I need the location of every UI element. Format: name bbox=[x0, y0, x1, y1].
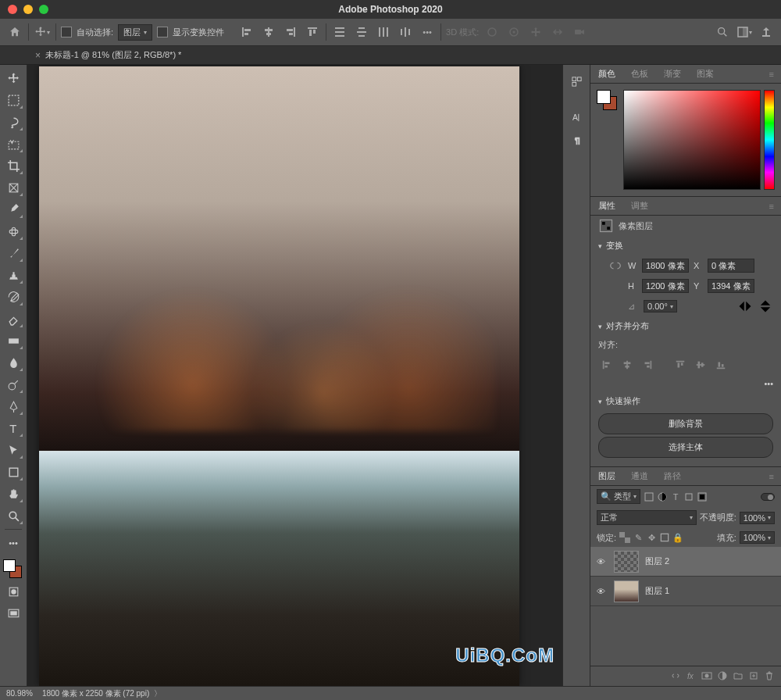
flip-vertical-button[interactable] bbox=[758, 299, 773, 313]
zoom-level[interactable]: 80.98% bbox=[6, 689, 33, 698]
glyphs-panel-icon[interactable] bbox=[566, 71, 587, 91]
document-tab[interactable]: × 未标题-1 @ 81% (图层 2, RGB/8*) * bbox=[27, 49, 189, 61]
roll-3d-button[interactable] bbox=[505, 23, 522, 41]
hand-tool[interactable] bbox=[2, 484, 24, 504]
marquee-tool[interactable] bbox=[2, 90, 24, 110]
align-bottom-button[interactable] bbox=[712, 357, 729, 373]
visibility-toggle[interactable]: 👁 bbox=[597, 557, 608, 566]
edit-toolbar-button[interactable]: ••• bbox=[2, 533, 24, 553]
blur-tool[interactable] bbox=[2, 352, 24, 373]
blend-mode-select[interactable]: 正常▾ bbox=[597, 510, 697, 525]
path-selection-tool[interactable] bbox=[2, 440, 24, 460]
layer-group-button[interactable] bbox=[733, 670, 744, 683]
camera-3d-button[interactable] bbox=[571, 23, 588, 41]
layer-filter-kind[interactable]: 🔍类型▾ bbox=[597, 489, 640, 504]
lasso-tool[interactable] bbox=[2, 112, 24, 132]
tab-adjustments[interactable]: 调整 bbox=[623, 197, 656, 215]
home-button[interactable] bbox=[6, 23, 23, 41]
lock-position-icon[interactable]: ✥ bbox=[646, 532, 657, 543]
tab-channels[interactable]: 通道 bbox=[623, 467, 656, 485]
align-section-header[interactable]: ▾ 对齐并分布 bbox=[590, 316, 781, 336]
angle-field[interactable]: 0.00°▾ bbox=[644, 300, 677, 312]
move-tool[interactable] bbox=[2, 68, 24, 88]
panel-foreground-color[interactable] bbox=[597, 90, 611, 104]
link-wh-icon[interactable] bbox=[608, 259, 623, 273]
layer-effects-button[interactable]: fx bbox=[686, 670, 697, 683]
align-left-button[interactable] bbox=[598, 357, 615, 373]
distribute-horizontal-button[interactable] bbox=[397, 23, 414, 41]
properties-panel-menu[interactable]: ≡ bbox=[765, 202, 778, 211]
auto-select-target-dropdown[interactable]: 图层▾ bbox=[118, 24, 152, 41]
visibility-toggle[interactable]: 👁 bbox=[597, 587, 608, 596]
hue-slider[interactable] bbox=[764, 90, 775, 190]
filter-type-icon[interactable]: T bbox=[670, 491, 681, 502]
filter-adjustment-icon[interactable] bbox=[657, 491, 668, 502]
color-field[interactable] bbox=[623, 90, 761, 190]
filter-smart-icon[interactable] bbox=[697, 491, 708, 502]
tab-properties[interactable]: 属性 bbox=[590, 197, 623, 215]
pen-tool[interactable] bbox=[2, 396, 24, 416]
more-align-button[interactable]: ••• bbox=[419, 23, 436, 41]
align-hcenter-button[interactable] bbox=[619, 357, 636, 373]
opacity-field[interactable]: 100%▾ bbox=[740, 512, 775, 524]
distribute-vertical-button[interactable] bbox=[353, 23, 370, 41]
align-left-edges-button[interactable] bbox=[238, 23, 255, 41]
auto-select-checkbox[interactable] bbox=[61, 27, 72, 38]
eraser-tool[interactable] bbox=[2, 309, 24, 329]
show-transform-checkbox[interactable] bbox=[157, 27, 168, 38]
lock-artboard-icon[interactable] bbox=[659, 532, 670, 543]
height-field[interactable] bbox=[642, 279, 689, 293]
quick-actions-header[interactable]: ▾ 快速操作 bbox=[590, 391, 781, 411]
layers-panel-menu[interactable]: ≡ bbox=[765, 472, 778, 481]
distribute-top-button[interactable] bbox=[331, 23, 348, 41]
color-swatches[interactable] bbox=[3, 559, 23, 580]
move-tool-icon[interactable]: ▾ bbox=[34, 23, 51, 41]
new-layer-button[interactable] bbox=[748, 670, 759, 683]
shape-tool[interactable] bbox=[2, 462, 24, 482]
fill-field[interactable]: 100%▾ bbox=[740, 531, 775, 544]
filter-toggle[interactable] bbox=[761, 493, 775, 501]
slide-3d-button[interactable] bbox=[549, 23, 566, 41]
history-brush-tool[interactable] bbox=[2, 287, 24, 307]
gradient-tool[interactable] bbox=[2, 330, 24, 351]
color-panel-menu[interactable]: ≡ bbox=[765, 70, 778, 79]
select-subject-button[interactable]: 选择主体 bbox=[598, 437, 773, 458]
flip-horizontal-button[interactable] bbox=[737, 299, 753, 313]
delete-layer-button[interactable] bbox=[764, 670, 775, 683]
tab-color[interactable]: 颜色 bbox=[590, 65, 623, 83]
character-panel-icon[interactable]: A bbox=[566, 107, 587, 127]
layer-name-label[interactable]: 图层 2 bbox=[645, 555, 669, 567]
y-field[interactable] bbox=[708, 279, 754, 293]
tab-gradients[interactable]: 渐变 bbox=[656, 65, 689, 83]
eyedropper-tool[interactable] bbox=[2, 199, 24, 220]
workspace-switcher-button[interactable]: ▾ bbox=[736, 23, 753, 41]
foreground-color[interactable] bbox=[3, 559, 16, 572]
search-button[interactable] bbox=[714, 23, 731, 41]
pan-3d-button[interactable] bbox=[527, 23, 544, 41]
layer-mask-button[interactable] bbox=[701, 670, 712, 683]
link-layers-button[interactable] bbox=[670, 670, 681, 683]
frame-tool[interactable] bbox=[2, 177, 24, 198]
clone-stamp-tool[interactable] bbox=[2, 265, 24, 285]
lock-all-icon[interactable]: 🔒 bbox=[672, 532, 683, 543]
transform-section-header[interactable]: ▾ 变换 bbox=[590, 236, 781, 255]
x-field[interactable] bbox=[708, 259, 754, 273]
screen-mode-button[interactable] bbox=[2, 603, 24, 623]
tab-paths[interactable]: 路径 bbox=[656, 467, 689, 485]
layer-item[interactable]: 👁 图层 2 bbox=[590, 547, 781, 577]
layer-thumbnail[interactable] bbox=[614, 580, 639, 602]
layer-name-label[interactable]: 图层 1 bbox=[645, 585, 669, 597]
paragraph-panel-icon[interactable] bbox=[566, 130, 587, 151]
document-info[interactable]: 1800 像素 x 2250 像素 (72 ppi) 〉 bbox=[42, 688, 162, 699]
quick-mask-button[interactable] bbox=[2, 581, 24, 602]
align-vcenter-button[interactable] bbox=[692, 357, 709, 373]
align-right-edges-button[interactable] bbox=[282, 23, 299, 41]
share-button[interactable] bbox=[758, 23, 775, 41]
close-tab-icon[interactable]: × bbox=[35, 50, 41, 61]
quick-selection-tool[interactable] bbox=[2, 134, 24, 154]
tab-patterns[interactable]: 图案 bbox=[689, 65, 722, 83]
zoom-tool[interactable] bbox=[2, 505, 24, 526]
canvas-area[interactable]: UiBQ.CoM bbox=[27, 65, 562, 686]
crop-tool[interactable] bbox=[2, 155, 24, 176]
more-align-options[interactable]: ••• bbox=[764, 379, 773, 388]
